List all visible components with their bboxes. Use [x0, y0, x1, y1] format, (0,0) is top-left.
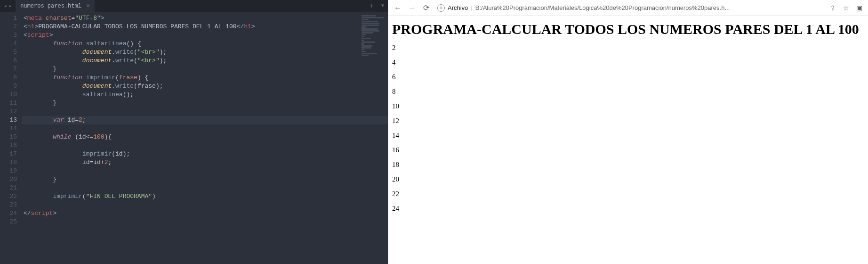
code-line[interactable]: saltarLinea(); [22, 91, 388, 99]
line-number: 7 [0, 65, 17, 74]
addr-url: B:/Alura%20Programacion/Materiales/Logic… [475, 4, 730, 11]
code-line[interactable]: imprimir(id); [22, 150, 388, 158]
extension-icon[interactable]: ▣ [854, 3, 864, 13]
output-number: 2 [392, 44, 864, 52]
code-line[interactable]: document.write("<br>"); [22, 57, 388, 65]
line-number: 15 [0, 133, 17, 141]
line-number: 5 [0, 48, 17, 57]
numbers-list: 24681012141618202224 [392, 44, 864, 213]
line-number: 3 [0, 31, 17, 40]
code-line[interactable]: document.write(frase); [22, 82, 388, 91]
code-line[interactable] [22, 141, 388, 150]
line-number: 9 [0, 82, 17, 91]
code-area[interactable]: <meta charset="UTF-8"><h1>PROGRAMA-CALCU… [22, 12, 388, 264]
share-icon[interactable]: ⇪ [828, 3, 838, 13]
addr-separator: | [471, 4, 472, 11]
line-number: 20 [0, 175, 17, 184]
line-number: 12 [0, 107, 17, 116]
tab-overflow-icon[interactable]: ▼ [378, 3, 388, 8]
code-line[interactable]: } [22, 65, 388, 74]
line-number: 10 [0, 91, 17, 99]
code-line[interactable] [22, 124, 388, 133]
code-line[interactable]: } [22, 175, 388, 184]
editor-pane: ◂ ▸ numeros pares.html × + ▼ 12345678910… [0, 0, 388, 264]
output-number: 8 [392, 88, 864, 96]
line-number: 8 [0, 74, 17, 82]
code-line[interactable]: <h1>PROGRAMA-CALCULAR TODOS LOS NUMEROS … [22, 23, 388, 31]
browser-toolbar: ← → ⟳ i Archivo | B:/Alura%20Programacio… [388, 0, 868, 16]
output-number: 10 [392, 102, 864, 110]
line-number: 23 [0, 201, 17, 209]
tab-bar: ◂ ▸ numeros pares.html × + ▼ [0, 0, 388, 12]
code-line[interactable]: function saltarLinea() { [22, 40, 388, 48]
output-number: 6 [392, 73, 864, 81]
output-number: 24 [392, 205, 864, 213]
line-number: 24 [0, 209, 17, 218]
output-number: 14 [392, 132, 864, 140]
code-line[interactable]: imprimir("FIN DEL PROGRAMA") [22, 192, 388, 201]
site-info-icon[interactable]: i [437, 4, 445, 12]
line-number: 22 [0, 192, 17, 201]
code-line[interactable]: </script> [22, 209, 388, 218]
address-bar[interactable]: i Archivo | B:/Alura%20Programacion/Mate… [434, 4, 825, 12]
bookmark-star-icon[interactable]: ☆ [841, 3, 851, 13]
file-tab-title: numeros pares.html [20, 3, 81, 9]
code-line[interactable]: function imprimir(frase) { [22, 74, 388, 82]
line-gutter: 1234567891011121314151617181920212223242… [0, 12, 22, 264]
output-number: 12 [392, 117, 864, 125]
page-content: PROGRAMA-CALCULAR TODOS LOS NUMEROS PARE… [388, 16, 868, 264]
code-line[interactable] [22, 107, 388, 116]
line-number: 19 [0, 167, 17, 175]
line-number: 25 [0, 218, 17, 226]
tab-back-icon[interactable]: ◂ [3, 3, 8, 9]
forward-button[interactable]: → [406, 2, 418, 14]
app-root: ◂ ▸ numeros pares.html × + ▼ 12345678910… [0, 0, 868, 264]
line-number: 14 [0, 124, 17, 133]
line-number: 4 [0, 40, 17, 48]
close-icon[interactable]: × [86, 3, 90, 9]
minimap[interactable] [362, 15, 385, 58]
code-line[interactable] [22, 184, 388, 192]
line-number: 21 [0, 184, 17, 192]
editor-body[interactable]: 1234567891011121314151617181920212223242… [0, 12, 388, 264]
line-number: 6 [0, 57, 17, 65]
line-number: 16 [0, 141, 17, 150]
back-button[interactable]: ← [392, 2, 403, 14]
output-number: 16 [392, 146, 864, 154]
page-heading: PROGRAMA-CALCULAR TODOS LOS NUMEROS PARE… [392, 21, 864, 37]
output-number: 18 [392, 161, 864, 169]
output-number: 22 [392, 190, 864, 198]
code-line[interactable]: <meta charset="UTF-8"> [22, 14, 388, 23]
line-number: 13 [0, 116, 17, 124]
browser-pane: ← → ⟳ i Archivo | B:/Alura%20Programacio… [388, 0, 868, 264]
line-number: 2 [0, 23, 17, 31]
code-line[interactable]: <script> [22, 31, 388, 40]
file-tab[interactable]: numeros pares.html × [16, 0, 95, 12]
output-number: 4 [392, 58, 864, 66]
tab-history-nav: ◂ ▸ [0, 3, 16, 9]
code-line[interactable]: var id=2; [22, 116, 388, 124]
reload-button[interactable]: ⟳ [420, 2, 432, 14]
add-tab-button[interactable]: + [366, 2, 378, 10]
code-line[interactable] [22, 201, 388, 209]
line-number: 11 [0, 99, 17, 107]
code-line[interactable]: id=id+2; [22, 158, 388, 167]
code-line[interactable]: } [22, 99, 388, 107]
code-line[interactable] [22, 167, 388, 175]
output-number: 20 [392, 175, 864, 183]
line-number: 17 [0, 150, 17, 158]
code-line[interactable]: while (id<=100){ [22, 133, 388, 141]
code-line[interactable] [22, 218, 388, 226]
code-line[interactable]: document.write("<br>"); [22, 48, 388, 57]
addr-scheme-label: Archivo [448, 4, 468, 11]
tab-forward-icon[interactable]: ▸ [8, 3, 13, 9]
line-number: 18 [0, 158, 17, 167]
line-number: 1 [0, 14, 17, 23]
